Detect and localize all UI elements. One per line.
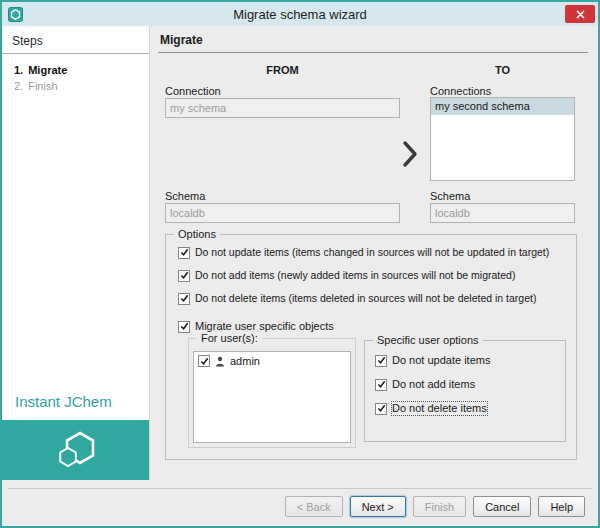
page-title: Migrate	[160, 33, 203, 47]
app-hexagon-icon	[8, 7, 23, 22]
connection-field: my schema	[165, 98, 400, 118]
footer-bar: < Back Next > Finish Cancel Help	[2, 480, 598, 526]
close-icon	[576, 10, 585, 19]
checkbox-label: Do not add items (newly added items in s…	[195, 269, 515, 282]
check-icon	[180, 294, 189, 303]
checkbox-box	[375, 403, 387, 415]
sidebar-spacer	[2, 106, 149, 393]
specific-user-options-title: Specific user options	[373, 334, 483, 346]
finish-button: Finish	[413, 496, 466, 517]
main-panel: Migrate FROM TO Connection my schema Con…	[150, 26, 598, 480]
step-number: 2.	[14, 80, 23, 92]
brand-logo	[2, 420, 149, 480]
checkbox-box	[178, 247, 190, 259]
checkbox-do-not-update[interactable]: Do not update items (items changed in so…	[178, 246, 549, 259]
checkbox-label: Do not update items (items changed in so…	[195, 246, 549, 259]
checkbox-label: Do not delete items	[392, 402, 487, 415]
close-button[interactable]	[565, 5, 595, 23]
connections-label: Connections	[430, 85, 491, 97]
button-row: < Back Next > Finish Cancel Help	[285, 496, 585, 517]
steps-header: Steps	[2, 26, 149, 54]
header-divider	[158, 52, 588, 53]
steps-list: 1. Migrate 2. Finish	[2, 54, 149, 106]
help-button[interactable]: Help	[538, 496, 585, 517]
next-button[interactable]: Next >	[350, 496, 406, 517]
users-list[interactable]: admin	[193, 351, 351, 443]
dialog-content: Steps 1. Migrate 2. Finish Instant JChem	[2, 26, 598, 480]
steps-sidebar: Steps 1. Migrate 2. Finish Instant JChem	[2, 26, 150, 480]
connection-label: Connection	[165, 85, 221, 97]
connections-list[interactable]: my second schema	[430, 97, 575, 181]
checkbox-box[interactable]	[198, 355, 210, 367]
step-label: Migrate	[28, 64, 67, 76]
checkbox-box	[178, 321, 190, 333]
footer-divider	[8, 488, 592, 489]
schema-from-field: localdb	[165, 203, 400, 223]
checkbox-box	[375, 355, 387, 367]
step-label: Finish	[28, 80, 57, 92]
step-item-finish: 2. Finish	[14, 80, 137, 92]
migrate-direction-arrow	[402, 140, 418, 168]
user-row-admin[interactable]: admin	[194, 352, 350, 370]
check-icon	[200, 357, 209, 366]
checkbox-box	[375, 379, 387, 391]
checkbox-specific-do-not-delete[interactable]: Do not delete items	[375, 402, 487, 415]
to-column-label: TO	[430, 64, 575, 76]
cancel-button[interactable]: Cancel	[473, 496, 531, 517]
checkbox-specific-do-not-add[interactable]: Do not add items	[375, 378, 475, 391]
step-item-migrate: 1. Migrate	[14, 64, 137, 76]
checkbox-do-not-add[interactable]: Do not add items (newly added items in s…	[178, 269, 515, 282]
check-icon	[180, 271, 189, 280]
options-group-title: Options	[174, 228, 220, 240]
checkbox-box	[178, 293, 190, 305]
from-column-label: FROM	[165, 64, 400, 76]
schema-to-label: Schema	[430, 190, 470, 202]
checkbox-label: Do not add items	[392, 378, 475, 391]
check-icon	[377, 404, 386, 413]
check-icon	[377, 356, 386, 365]
options-group: Options Do not update items (items chang…	[165, 234, 577, 460]
for-users-title: For user(s):	[197, 332, 262, 344]
check-icon	[180, 248, 189, 257]
checkbox-label: Do not delete items (items deleted in so…	[195, 292, 536, 305]
window-title: Migrate schema wizard	[2, 7, 598, 22]
wizard-dialog: Migrate schema wizard Steps 1. Migrate 2…	[0, 0, 600, 528]
checkbox-do-not-delete[interactable]: Do not delete items (items deleted in so…	[178, 292, 536, 305]
check-icon	[377, 380, 386, 389]
app-icon	[8, 7, 23, 22]
user-name: admin	[230, 355, 260, 367]
specific-user-options-group: Specific user options Do not update item…	[364, 340, 566, 442]
brand-text: Instant JChem	[2, 393, 149, 420]
for-users-group: For user(s): admin	[188, 338, 356, 448]
step-number: 1.	[14, 64, 23, 76]
person-icon	[215, 356, 225, 367]
schema-to-field: localdb	[430, 203, 575, 223]
titlebar[interactable]: Migrate schema wizard	[2, 2, 598, 26]
check-icon	[180, 322, 189, 331]
checkbox-specific-do-not-update[interactable]: Do not update items	[375, 354, 490, 367]
list-item[interactable]: my second schema	[431, 98, 574, 115]
back-button: < Back	[285, 496, 343, 517]
chevron-right-icon	[402, 140, 418, 168]
schema-from-label: Schema	[165, 190, 205, 202]
hexagon-logo-icon	[52, 428, 100, 472]
checkbox-box	[178, 270, 190, 282]
checkbox-label: Do not update items	[392, 354, 490, 367]
